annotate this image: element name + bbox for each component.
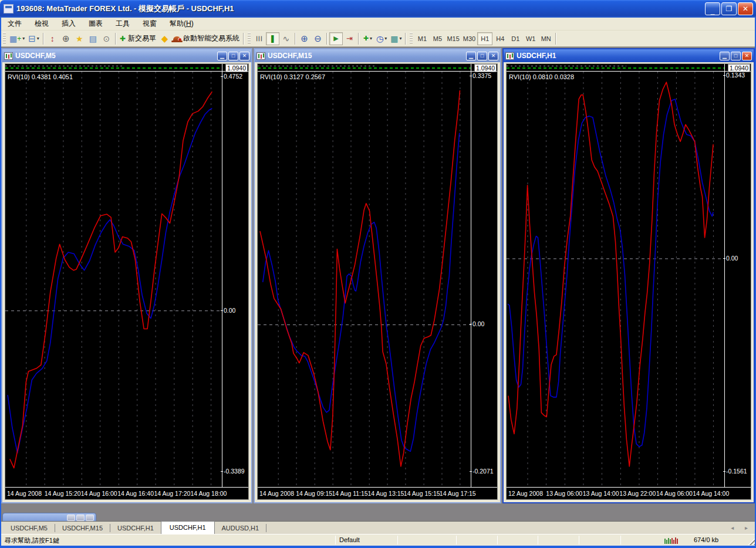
timeframe-h4-button[interactable]: H4 — [492, 32, 508, 45]
time-label: 12 Aug 2008 — [508, 490, 543, 497]
timeframe-h1-button[interactable]: H1 — [477, 32, 492, 45]
time-label: 14 Aug 15:20 — [45, 490, 81, 497]
timeframe-w1-button[interactable]: W1 — [523, 32, 538, 45]
tester-button[interactable]: ⊙ — [100, 32, 113, 45]
time-axis[interactable]: 14 Aug 200814 Aug 15:2014 Aug 16:0014 Au… — [5, 488, 248, 499]
time-label: 14 Aug 17:20 — [154, 490, 190, 497]
price-dots — [258, 66, 375, 66]
chart-maximize-button[interactable]: □ — [731, 52, 741, 60]
workspace-tab-usdchf-h1[interactable]: USDCHF,H1 — [110, 523, 161, 534]
toolbar: ▦+▾⊟▾↕⊕★▤⊙✚新交易單◆啟動智能交易系統☰❚∿⊕⊖▶⇥✚▾◷▾▦▾M1M… — [0, 31, 756, 47]
bar-chart-button[interactable]: ☰ — [252, 32, 266, 45]
profiles-icon: ⊟ — [28, 34, 36, 43]
chart-maximize-button[interactable]: □ — [477, 52, 487, 60]
timeframe-m1-button[interactable]: M1 — [414, 32, 430, 45]
chart-window-usdchf-h1[interactable]: USDCHF,H1 ▁ □ ✕ 1.0940RVI(10) 0.0810 0.0… — [502, 48, 755, 503]
timeframe-m15-button[interactable]: M15 — [445, 32, 461, 45]
crosshair-button[interactable]: ⊕ — [59, 32, 73, 45]
expert-advisor-button[interactable]: 啟動智能交易系統 — [171, 32, 241, 45]
price-pane[interactable] — [258, 64, 471, 72]
chart-minimize-button[interactable]: ▁ — [720, 52, 730, 60]
chevron-down-icon: ▾ — [399, 36, 401, 41]
indicator-pane[interactable]: RVI(10) 0.3127 0.2567 — [258, 72, 471, 488]
favorites-button[interactable]: ★ — [73, 32, 86, 45]
timeframe-mn-button[interactable]: MN — [538, 32, 554, 45]
price-scale: 1.0940 — [724, 64, 751, 72]
menu-item-1[interactable]: 文件 — [1, 18, 28, 30]
time-axis[interactable]: 12 Aug 200813 Aug 06:0013 Aug 14:0013 Au… — [507, 488, 751, 499]
scale-bottom-label: -0.2071 — [473, 468, 494, 475]
data-window-button[interactable]: ▤ — [86, 32, 100, 45]
maximize-button[interactable]: ❐ — [721, 2, 737, 15]
periods-button[interactable]: ◷▾ — [374, 32, 389, 45]
chart-close-button[interactable]: ✕ — [488, 52, 498, 60]
scale-bottom-label: -0.3389 — [224, 468, 245, 475]
zoom-in-icon: ⊕ — [301, 34, 308, 43]
menu-item-3[interactable]: 插入 — [55, 18, 82, 30]
workspace-tab-usdchf-m5[interactable]: USDCHF,M5 — [4, 523, 55, 534]
minwin-minimize-button[interactable] — [67, 515, 75, 521]
workspace-tab-usdchf-h1[interactable]: USDCHF,H1 — [161, 521, 215, 534]
minimized-chart-window[interactable] — [2, 513, 96, 521]
time-label: 13 Aug 06:00 — [546, 490, 582, 497]
workspace-tab-audusd-h1[interactable]: AUDUSD,H1 — [215, 523, 266, 534]
indicator-pane[interactable]: RVI(10) 0.4381 0.4051 — [5, 72, 222, 488]
chart-window-titlebar[interactable]: USDCHF,M5 ▁ □ ✕ — [2, 49, 251, 62]
price-pane[interactable] — [5, 64, 222, 72]
chart-close-button[interactable]: ✕ — [742, 52, 752, 60]
chart-window-titlebar[interactable]: USDCHF,H1 ▁ □ ✕ — [504, 49, 754, 62]
timeframe-d1-button[interactable]: D1 — [508, 32, 523, 45]
profiles-button[interactable]: ⊟▾ — [26, 32, 41, 45]
toolbar-separator — [555, 33, 556, 45]
status-separator — [335, 536, 336, 544]
status-profile[interactable]: Default — [339, 536, 360, 543]
minwin-restore-button[interactable] — [76, 515, 85, 521]
chart-window-titlebar[interactable]: USDCHF,M15 ▁ □ ✕ — [255, 49, 500, 62]
menu-item-5[interactable]: 工具 — [109, 18, 136, 30]
zoom-out-button[interactable]: ⊖ — [311, 32, 325, 45]
new-order-button[interactable]: ✚新交易單 — [118, 32, 158, 45]
chart-window-usdchf-m5[interactable]: USDCHF,M5 ▁ □ ✕ 1.0940RVI(10) 0.4381 0.4… — [1, 48, 252, 503]
main-titlebar: 193608: MetaTrader FOREX Ltd. - 模擬交易帳戶 -… — [0, 0, 756, 18]
templates-button[interactable]: ▦▾ — [389, 32, 403, 45]
time-label: 14 Aug 11:15 — [332, 490, 368, 497]
toolbar-separator — [43, 33, 44, 45]
chart-minimize-button[interactable]: ▁ — [466, 52, 476, 60]
crosshair-icon: ⊕ — [62, 34, 70, 43]
minwin-close-button[interactable] — [86, 515, 94, 521]
chart-window-title: USDCHF,M5 — [15, 52, 56, 60]
chart-window-usdchf-m15[interactable]: USDCHF,M15 ▁ □ ✕ 1.0940RVI(10) 0.3127 0.… — [254, 48, 501, 503]
time-label: 14 Aug 16:40 — [117, 490, 154, 497]
new-chart-button[interactable]: ▦+▾ — [8, 32, 26, 45]
minimize-button[interactable]: _ — [705, 2, 720, 15]
menu-item-7[interactable]: 幫助(H) — [163, 18, 200, 30]
resize-grip[interactable] — [747, 536, 755, 545]
price-pane[interactable] — [507, 64, 724, 72]
workspace-tab-usdchf-m15[interactable]: USDCHF,M15 — [55, 523, 110, 534]
menu-item-6[interactable]: 視窗 — [136, 18, 163, 30]
chart-maximize-button[interactable]: □ — [228, 52, 238, 60]
tab-scroll-arrows[interactable]: ◂ ▸ — [731, 525, 752, 531]
chart-window-title: USDCHF,M15 — [268, 52, 312, 60]
chevron-down-icon: ▾ — [22, 36, 25, 41]
close-button[interactable]: ✕ — [738, 2, 753, 15]
chart-minimize-button[interactable]: ▁ — [217, 52, 227, 60]
timeframe-m5-button[interactable]: M5 — [430, 32, 445, 45]
indicator-pane[interactable]: RVI(10) 0.0810 0.0328 — [507, 72, 724, 488]
chart-close-button[interactable]: ✕ — [239, 52, 249, 60]
timeframe-m30-button[interactable]: M30 — [461, 32, 477, 45]
market-watch-button[interactable]: ↕ — [46, 32, 59, 45]
chart-shift-button[interactable]: ⇥ — [343, 32, 356, 45]
candlestick-button[interactable]: ❚ — [266, 32, 279, 45]
indicators-button[interactable]: ✚▾ — [361, 32, 374, 45]
price-scale: 1.0940 — [471, 64, 497, 72]
line-chart-button[interactable]: ∿ — [279, 32, 293, 45]
zoom-in-button[interactable]: ⊕ — [298, 32, 311, 45]
auto-scroll-button[interactable]: ▶ — [329, 32, 343, 45]
time-axis[interactable]: 14 Aug 200814 Aug 09:1514 Aug 11:1514 Au… — [258, 488, 497, 499]
market-watch-icon: ↕ — [50, 35, 55, 43]
chevron-down-icon: ▾ — [37, 36, 39, 41]
metaeditor-button[interactable]: ◆ — [158, 32, 171, 45]
menu-item-2[interactable]: 檢視 — [28, 18, 55, 30]
menu-item-4[interactable]: 圖表 — [82, 18, 109, 30]
